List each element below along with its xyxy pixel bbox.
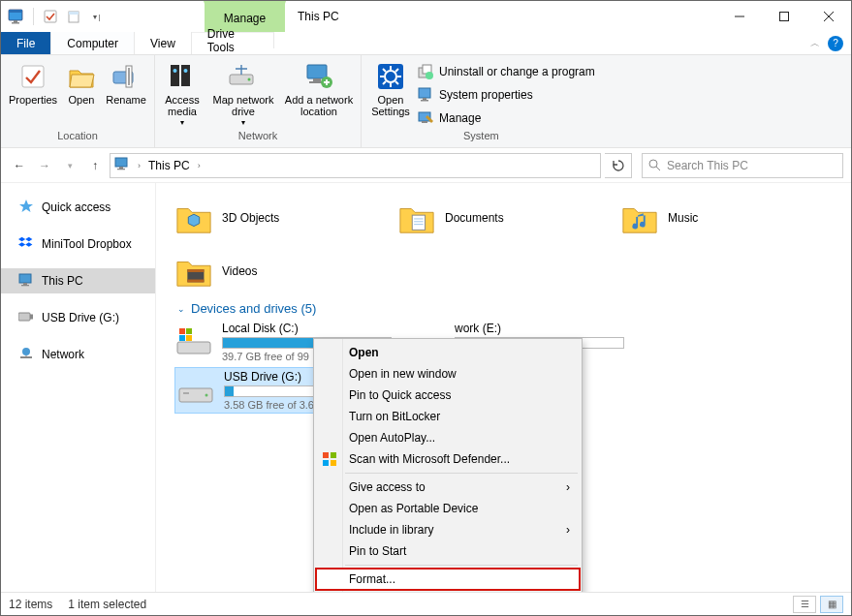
menu-autoplay[interactable]: Open AutoPlay... <box>316 427 580 448</box>
tab-view[interactable]: View <box>135 32 192 54</box>
menu-pin-start[interactable]: Pin to Start <box>316 540 580 562</box>
menu-format[interactable]: Format... <box>316 569 580 590</box>
status-bar: 12 items 1 item selected ☰ ▦ <box>1 592 851 615</box>
folder-icon <box>621 200 658 236</box>
open-button[interactable]: Open <box>61 57 102 117</box>
address-box[interactable]: › This PC › <box>110 153 601 178</box>
svg-rect-42 <box>422 121 427 123</box>
settings-gear-icon <box>375 61 406 92</box>
svg-point-37 <box>426 72 433 79</box>
add-network-location-button[interactable]: Add a network location <box>281 57 357 117</box>
svg-rect-50 <box>21 285 29 286</box>
svg-rect-21 <box>307 65 327 78</box>
svg-rect-52 <box>30 314 33 319</box>
group-label-location: Location <box>57 130 98 145</box>
menu-give-access-to[interactable]: Give access to› <box>316 477 580 498</box>
svg-rect-22 <box>313 78 321 81</box>
ribbon-tabstrip: File Computer View Drive Tools ︿ ? <box>1 32 851 55</box>
uninstall-program-button[interactable]: Uninstall or change a program <box>418 61 595 82</box>
menu-eject[interactable]: Eject <box>316 590 580 592</box>
section-devices-drives[interactable]: ⌄ Devices and drives (5) <box>177 301 851 316</box>
nav-history-dropdown[interactable]: ▾ <box>59 161 80 170</box>
folder-music[interactable]: Music <box>621 191 844 244</box>
qat-new-icon[interactable] <box>64 7 83 26</box>
svg-rect-61 <box>187 269 204 272</box>
sidebar-quick-access[interactable]: Quick access <box>1 195 155 220</box>
menu-defender[interactable]: Scan with Microsoft Defender... <box>316 448 580 470</box>
map-network-drive-button[interactable]: Map network drive▾ <box>205 57 281 129</box>
minimize-button[interactable] <box>717 1 762 32</box>
svg-rect-43 <box>115 158 127 167</box>
svg-rect-63 <box>177 342 210 354</box>
sidebar-dropbox[interactable]: MiniTool Dropbox <box>1 231 155 257</box>
tab-drive-tools[interactable]: Drive Tools <box>192 32 274 48</box>
svg-rect-62 <box>187 279 204 282</box>
quick-access-icon <box>18 199 34 217</box>
close-button[interactable] <box>806 1 851 32</box>
help-icon[interactable]: ? <box>828 36 843 51</box>
menu-open[interactable]: Open <box>316 342 580 363</box>
qat-dropdown-icon[interactable]: ▾| <box>87 7 107 26</box>
sidebar-usb-drive[interactable]: USB Drive (G:) <box>1 305 155 330</box>
maximize-button[interactable] <box>762 1 806 32</box>
open-folder-icon <box>66 61 97 92</box>
menu-bitlocker[interactable]: Turn on BitLocker <box>316 406 580 427</box>
nav-back-button[interactable]: ← <box>9 159 30 172</box>
svg-rect-64 <box>179 328 185 334</box>
folder-videos[interactable]: Videos <box>175 244 398 297</box>
folder-icon <box>175 253 212 290</box>
nav-up-button[interactable]: ↑ <box>84 159 106 172</box>
view-tiles-button[interactable]: ▦ <box>820 596 843 613</box>
rename-button[interactable]: Rename <box>102 57 150 117</box>
svg-rect-1 <box>9 10 22 13</box>
open-settings-button[interactable]: Open Settings <box>365 57 416 117</box>
breadcrumb-this-pc[interactable]: This PC <box>148 159 190 172</box>
search-icon <box>648 159 661 171</box>
usb-drive-icon <box>18 311 34 325</box>
svg-rect-4 <box>45 11 56 22</box>
tab-file[interactable]: File <box>1 32 51 54</box>
svg-rect-66 <box>179 335 185 341</box>
sidebar-this-pc[interactable]: This PC <box>1 268 155 293</box>
ribbon-group-location: Properties Open Rename Location <box>1 55 155 147</box>
manage-icon <box>418 110 433 126</box>
qat-properties-icon[interactable] <box>41 7 60 26</box>
svg-rect-56 <box>412 215 425 230</box>
nav-forward-button[interactable]: → <box>34 159 55 172</box>
network-icon <box>18 347 34 363</box>
folder-documents[interactable]: Documents <box>398 191 621 244</box>
chevron-right-icon[interactable]: › <box>134 161 144 170</box>
menu-pin-quick-access[interactable]: Pin to Quick access <box>316 385 580 406</box>
search-placeholder: Search This PC <box>667 159 748 172</box>
svg-point-72 <box>205 394 208 397</box>
sidebar-network[interactable]: Network <box>1 342 155 367</box>
status-selection-count: 1 item selected <box>68 598 146 611</box>
svg-rect-75 <box>331 452 336 458</box>
tab-computer[interactable]: Computer <box>51 32 135 54</box>
ribbon-group-system: Open Settings Uninstall or change a prog… <box>362 55 601 147</box>
media-server-icon <box>167 61 198 92</box>
network-drive-icon <box>228 61 259 92</box>
collapse-ribbon-icon[interactable]: ︿ <box>810 37 820 50</box>
view-details-button[interactable]: ☰ <box>793 596 816 613</box>
manage-button[interactable]: Manage <box>418 108 595 129</box>
svg-line-47 <box>656 167 660 170</box>
menu-open-portable[interactable]: Open as Portable Device <box>316 498 580 519</box>
search-input[interactable]: Search This PC <box>642 153 843 178</box>
svg-point-17 <box>174 69 177 73</box>
chevron-right-icon[interactable]: › <box>194 161 205 170</box>
folder-3d-objects[interactable]: 3D Objects <box>175 191 398 244</box>
uninstall-icon <box>418 64 433 79</box>
address-bar: ← → ▾ ↑ › This PC › Search This PC <box>1 148 851 183</box>
menu-open-new-window[interactable]: Open in new window <box>316 363 580 385</box>
svg-point-53 <box>22 348 30 355</box>
refresh-button[interactable] <box>605 153 632 178</box>
svg-point-20 <box>248 78 251 81</box>
properties-button[interactable]: Properties <box>5 57 61 117</box>
drive-icon <box>177 375 214 406</box>
menu-include-library[interactable]: Include in library› <box>316 519 580 540</box>
svg-rect-44 <box>119 167 123 169</box>
access-media-button[interactable]: Access media▾ <box>159 57 205 129</box>
status-item-count: 12 items <box>9 598 52 611</box>
system-properties-button[interactable]: System properties <box>418 84 595 106</box>
